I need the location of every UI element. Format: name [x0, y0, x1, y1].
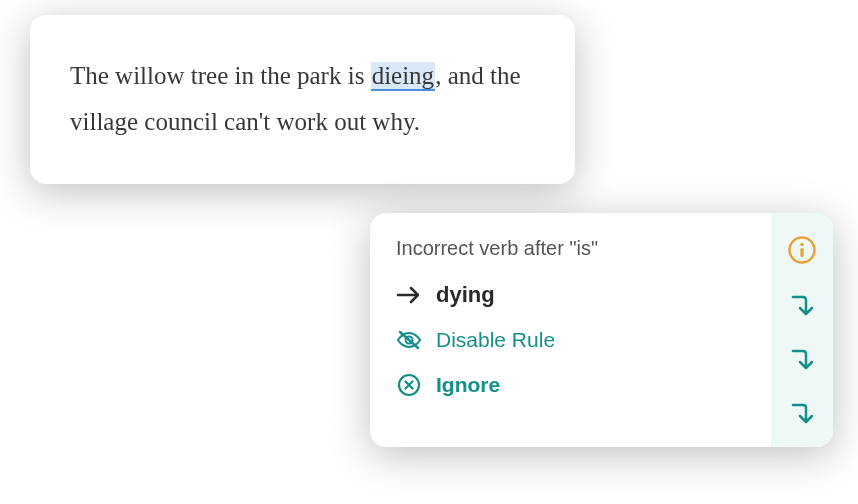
arrow-right-icon [396, 285, 422, 305]
dropdown-arrow-icon[interactable] [789, 401, 815, 427]
text-before-error: The willow tree in the park is [70, 62, 371, 89]
svg-rect-5 [800, 248, 803, 257]
text-editor-card: The willow tree in the park is dieing, a… [30, 15, 575, 184]
ignore-row[interactable]: Ignore [396, 372, 745, 398]
sentence-text: The willow tree in the park is dieing, a… [70, 53, 535, 146]
suggestion-title: Incorrect verb after "is" [396, 237, 745, 260]
error-word-highlight[interactable]: dieing [371, 62, 436, 91]
info-icon[interactable] [787, 235, 817, 265]
apply-correction-row[interactable]: dying [396, 282, 745, 308]
suggestion-side-rail [771, 213, 833, 447]
eye-off-icon [396, 329, 422, 351]
disable-rule-label: Disable Rule [436, 328, 555, 352]
grammar-suggestion-popup: Incorrect verb after "is" dying Disable … [370, 213, 833, 447]
close-circle-icon [396, 372, 422, 398]
correction-text: dying [436, 282, 495, 308]
dropdown-arrow-icon[interactable] [789, 293, 815, 319]
dropdown-arrow-icon[interactable] [789, 347, 815, 373]
svg-point-4 [800, 243, 804, 247]
ignore-label: Ignore [436, 373, 500, 397]
suggestion-content: Incorrect verb after "is" dying Disable … [370, 213, 771, 447]
disable-rule-row[interactable]: Disable Rule [396, 328, 745, 352]
